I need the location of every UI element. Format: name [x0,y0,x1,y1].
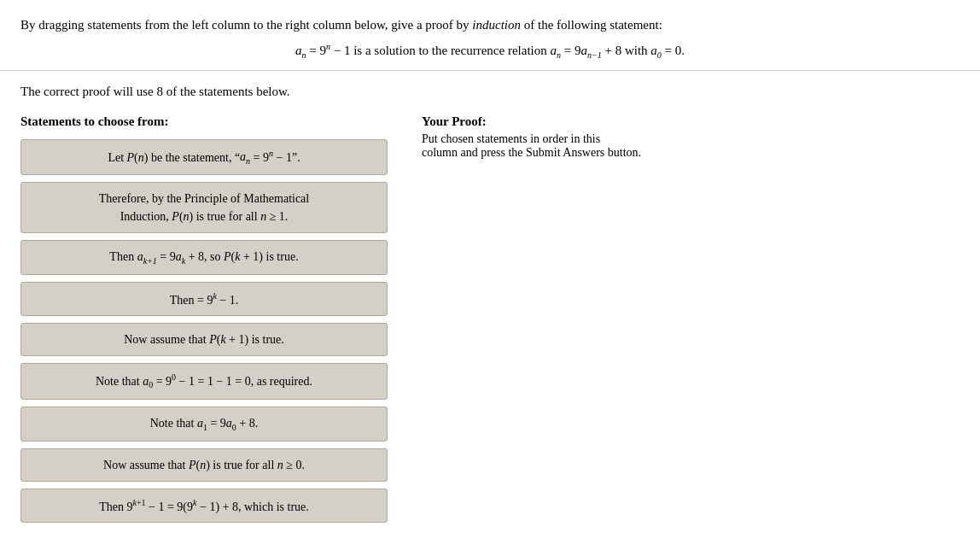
statement-5[interactable]: Now assume that P(k + 1) is true. [20,323,388,356]
statement-8[interactable]: Now assume that P(n) is true for all n ≥… [20,448,388,482]
left-column: Statements to choose from: Let P(n) be t… [20,114,388,530]
statement-9[interactable]: Then 9k+1 − 1 = 9(9k − 1) + 8, which is … [20,489,388,524]
top-instruction: By dragging statements from the left col… [0,0,980,71]
left-column-header: Statements to choose from: [20,114,388,129]
right-col-title: Your Proof: [422,114,487,128]
instruction-text: By dragging statements from the left col… [20,18,662,32]
sub-instruction: The correct proof will use 8 of the stat… [0,71,980,106]
right-column: Your Proof: Put chosen statements in ord… [422,114,960,530]
statement-1[interactable]: Let P(n) be the statement, “an = 9n − 1”… [20,139,388,175]
main-formula: an = 9n − 1 is a solution to the recurre… [20,40,960,61]
sub-instruction-text: The correct proof will use 8 of the stat… [20,85,290,98]
statement-3[interactable]: Then ak+1 = 9ak + 8, so P(k + 1) is true… [20,240,388,275]
statement-6[interactable]: Note that a0 = 90 − 1 = 1 − 1 = 0, as re… [20,363,388,399]
statement-4[interactable]: Then = 9k − 1. [20,282,388,317]
right-column-header: Your Proof: Put chosen statements in ord… [422,114,960,160]
statement-2[interactable]: Therefore, by the Principle of Mathemati… [20,182,388,233]
columns-wrapper: Statements to choose from: Let P(n) be t… [0,106,980,539]
right-col-subtext: Put chosen statements in order in thisco… [422,132,960,160]
statement-7[interactable]: Note that a1 = 9a0 + 8. [20,407,388,442]
